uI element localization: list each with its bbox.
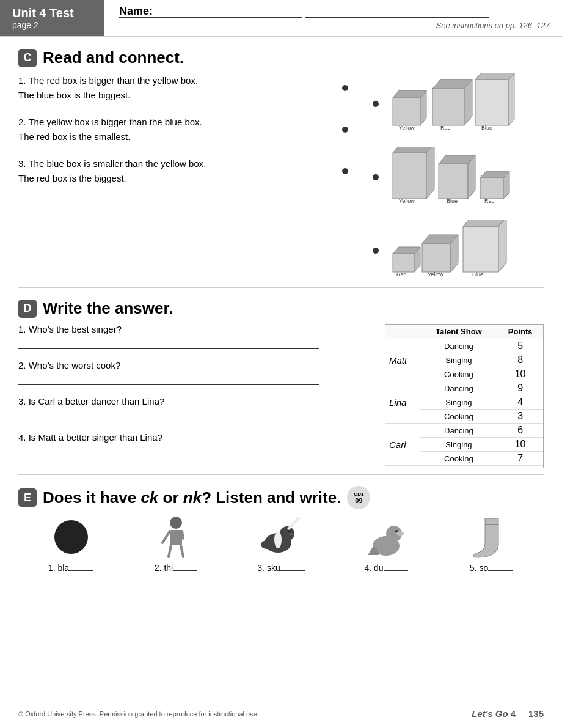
question-c2-text: 2. The yellow box is bigger than the blu… [18, 115, 330, 144]
person-cell: Matt [385, 339, 420, 381]
table-header-empty [385, 325, 420, 339]
questions-col: 1. The red box is bigger than the yellow… [18, 73, 360, 281]
svg-text:Red: Red [396, 271, 407, 278]
points-cell: 10 [497, 438, 543, 452]
svg-point-43 [261, 540, 273, 549]
svg-rect-28 [422, 243, 451, 272]
svg-point-51 [395, 530, 398, 532]
cd-top: CD1 [354, 491, 363, 497]
unit-subtitle: page 2 [12, 20, 92, 30]
section-e-content: 1. bla 2. thi [0, 515, 562, 573]
person-cell: Lina [385, 381, 420, 424]
svg-rect-37 [170, 530, 182, 545]
question-c3: 3. The blue box is smaller than the yell… [18, 156, 360, 186]
answer-line-3[interactable] [18, 410, 319, 421]
word-label-5: 5. so [470, 563, 513, 573]
svg-rect-16 [439, 164, 468, 199]
dot-c2-left [330, 127, 360, 133]
d-question-2: 2. Who’s the worst cook? [18, 360, 373, 385]
table-header-points: Points [497, 325, 543, 339]
question-c1-text: 1. The red box is bigger than the yellow… [18, 73, 330, 103]
name-label: Name: [119, 5, 302, 18]
dot-c1-left [330, 85, 360, 91]
word-item-2: 2. thi [151, 515, 200, 573]
svg-text:Yellow: Yellow [399, 198, 415, 204]
sock-icon [473, 515, 509, 558]
answer-line-2[interactable] [18, 374, 319, 385]
talent-cell: Cooking [420, 367, 498, 381]
svg-point-50 [396, 531, 404, 536]
points-cell: 10 [497, 367, 543, 381]
word-label-2: 2. thi [155, 563, 197, 573]
header: Unit 4 Test page 2 Name: See instruction… [0, 0, 562, 37]
svg-text:Blue: Blue [447, 198, 458, 204]
word-item-3: 3. sku [257, 515, 305, 573]
talent-table: Talent Show Points MattDancing5Singing8C… [385, 325, 543, 466]
word-label-3: 3. sku [257, 563, 304, 573]
svg-point-36 [170, 517, 182, 529]
points-cell: 3 [497, 410, 543, 424]
svg-rect-8 [475, 79, 509, 125]
question-c3-text: 3. The blue box is smaller than the yell… [18, 156, 330, 186]
svg-rect-24 [393, 254, 414, 272]
svg-line-39 [182, 531, 183, 539]
section-e-nk: nk [183, 488, 202, 507]
section-c-letter: C [18, 49, 37, 67]
svg-rect-0 [393, 98, 420, 125]
table-header-talent: Talent Show [420, 325, 498, 339]
talent-cell: Cooking [420, 452, 498, 466]
svg-point-46 [288, 530, 291, 532]
section-c-header: C Read and connect. [18, 48, 544, 67]
svg-point-45 [274, 531, 282, 548]
section-c-title: Read and connect. [43, 48, 184, 67]
dot-icon [342, 168, 348, 174]
dot-c3-right [373, 248, 379, 254]
blank-5 [488, 570, 513, 571]
circle-icon [54, 520, 88, 554]
svg-marker-9 [475, 73, 515, 79]
table-row: CarlDancing6 [385, 424, 543, 438]
section-d-header: D Write the answer. [18, 299, 544, 318]
word-item-1: 1. bla [46, 515, 95, 573]
svg-rect-32 [463, 226, 498, 272]
boxes-image-3: Red Yellow Blue [387, 220, 515, 281]
svg-rect-20 [480, 177, 503, 199]
skunk-icon [260, 515, 302, 558]
svg-marker-10 [509, 73, 515, 125]
page-number: 135 [528, 708, 544, 719]
svg-marker-14 [426, 147, 434, 199]
footer-brand: Let's Go 4 [472, 708, 516, 719]
cd-badge: CD1 09 [347, 486, 370, 509]
svg-line-38 [162, 531, 170, 543]
word-image-4 [362, 515, 411, 558]
answer-line-1[interactable] [18, 338, 319, 349]
unit-label: Unit 4 Test page 2 [0, 0, 104, 36]
svg-text:Yellow: Yellow [399, 125, 415, 131]
table-row: MattDancing5 [385, 339, 543, 353]
person-icon [158, 515, 194, 558]
section-e-title: Does it have ck or nk? Listen and write. [43, 488, 341, 507]
table-row: LinaDancing9 [385, 381, 543, 395]
talent-table-container: Talent Show Points MattDancing5Singing8C… [385, 324, 544, 468]
blank-3 [280, 570, 305, 571]
word-label-4: 4. du [364, 563, 407, 573]
section-d-letter: D [18, 300, 37, 318]
svg-text:Red: Red [440, 125, 451, 131]
blank-1 [69, 570, 93, 571]
svg-line-40 [169, 545, 171, 557]
question-c1: 1. The red box is bigger than the yellow… [18, 73, 360, 103]
copyright: © Oxford University Press. Permission gr… [18, 710, 259, 718]
talent-cell: Dancing [420, 381, 498, 395]
svg-marker-34 [498, 220, 506, 272]
section-e-ck: ck [140, 488, 158, 507]
section-e-letter: E [18, 488, 37, 507]
svg-rect-4 [432, 89, 464, 125]
svg-rect-12 [393, 153, 426, 199]
svg-text:Red: Red [484, 198, 495, 204]
name-line: Name: [116, 5, 550, 18]
boxes-image-1: Yellow Red Blue [387, 73, 515, 134]
word-item-5: 5. so [467, 515, 516, 573]
word-image-3 [257, 515, 305, 558]
section-e-title-part1: Does it have [43, 488, 140, 507]
answer-line-4[interactable] [18, 446, 319, 457]
